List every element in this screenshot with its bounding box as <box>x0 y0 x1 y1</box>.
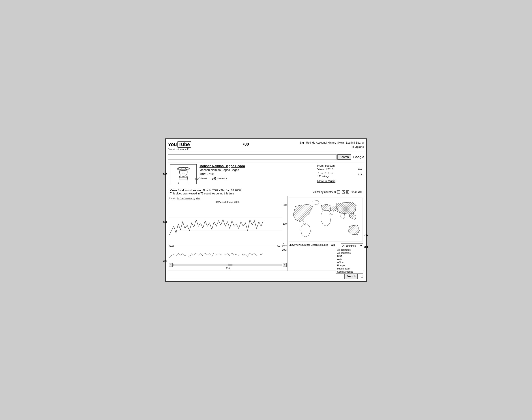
star-rating[interactable]: ☆☆☆☆☆ <box>317 171 362 175</box>
chart-x-labels: 2007 Dec 2007 <box>169 245 287 248</box>
dropdown-middleeast[interactable]: Middle East <box>336 267 363 270</box>
chart-title: OViews | Jan 4, 2008 <box>169 201 287 203</box>
bottom-bar: Search ☆ <box>168 272 364 279</box>
world-map: 726 <box>289 197 363 242</box>
signup-link[interactable]: Sign Up <box>300 141 310 144</box>
video-title[interactable]: Mohsen Namjoo Begoo Begoo <box>200 164 313 168</box>
x-label-dec2007: Dec 2007 <box>277 245 287 248</box>
upload-button[interactable]: ⊛ Upload <box>352 145 364 149</box>
ref-708: 708 <box>200 173 203 176</box>
main-chart-svg <box>169 204 282 244</box>
header-right: Sign Up | My Account | History | Help | … <box>300 141 364 149</box>
x-label-2007: 2007 <box>169 245 174 248</box>
more-music[interactable]: More in Music <box>317 180 335 183</box>
from-label: From: <box>317 164 324 167</box>
ref-724: 724 <box>364 246 368 248</box>
logo-tube: Tube <box>177 141 191 148</box>
views-label: Views: <box>317 168 325 171</box>
ratings-count: 121 ratings <box>317 175 362 178</box>
header-center: 700 <box>242 141 249 148</box>
logo: You Tube <box>168 141 191 148</box>
upload-label: Upload <box>355 145 364 149</box>
video-stats: 710 712 From: boostan Views: 42616 ☆☆☆☆☆… <box>317 164 362 184</box>
video-section: Mohsen Namjoo Begoo Begoo Mohsen Namjoo … <box>168 162 364 186</box>
zoom-controls: Zoom: 5d 1m 3m 6m 1y Max <box>169 197 287 200</box>
zoom-1m[interactable]: 1m <box>180 197 184 200</box>
zoom-5d[interactable]: 5d <box>177 197 179 200</box>
myaccount-link[interactable]: My Account <box>312 141 326 144</box>
header: You Tube Broadcast Yourself 700 Sign Up … <box>168 141 364 152</box>
country-select-wrapper: All countries USA Asia Africa Europe Mid… <box>341 243 363 248</box>
mini-y-label: 200: <box>281 249 287 263</box>
video-subtitle: Mohsen Namjoo Begoo Begoo <box>200 168 313 172</box>
ref-702: 702 <box>358 191 362 193</box>
ref-732: 732 <box>212 178 216 181</box>
zoom-6m[interactable]: 6m <box>188 197 192 200</box>
y-label-200: 200 <box>283 204 287 206</box>
dropdown-all-countries-2[interactable]: All countries <box>336 251 363 255</box>
search-button[interactable]: Search <box>337 154 351 160</box>
right-map-area: 722 <box>288 196 364 270</box>
svg-text:726: 726 <box>329 213 333 215</box>
ref-730: 730 <box>195 178 199 181</box>
bottom-search: Search <box>168 274 358 279</box>
tab-views[interactable]: Views <box>200 177 207 180</box>
site-link[interactable]: Site: ⊕ <box>356 141 364 144</box>
bottom-search-button[interactable]: Search <box>344 274 358 279</box>
top-search-bar: Search Google <box>168 153 364 161</box>
scroll-track[interactable] <box>173 264 282 266</box>
broadcast-tagline: Broadcast Yourself <box>168 148 191 150</box>
dropdown-africa[interactable]: Africa <box>336 261 363 264</box>
scroll-thumb[interactable] <box>228 264 232 266</box>
analytics-header-left: Views for all countries Wed Nov 14 2007 … <box>170 189 241 195</box>
ref-738: 738 <box>226 267 230 270</box>
patent-number: 700 <box>242 142 249 147</box>
scrollbar: < > <box>169 263 287 267</box>
scroll-right-btn[interactable]: > <box>283 263 287 267</box>
ref-712: 712 <box>358 173 362 176</box>
scale-max: 2900 <box>351 190 357 194</box>
dropdown-asia[interactable]: Asia <box>336 258 363 261</box>
logo-you: You <box>168 142 177 147</box>
tabs-row: 730 732 Views Popularity <box>200 177 227 180</box>
video-time: Time: 07:30 <box>200 172 313 176</box>
scale-empty-box <box>337 190 340 194</box>
y-label-100: 100 <box>283 223 287 225</box>
search-input-area: Search <box>168 154 351 160</box>
scroll-left-btn[interactable]: < <box>169 263 173 267</box>
search-input[interactable] <box>168 154 337 160</box>
dropdown-europe[interactable]: Europe <box>336 264 363 267</box>
dropdown-all-countries[interactable]: All countries <box>336 248 363 251</box>
from-value[interactable]: boostan <box>325 164 335 167</box>
history-link[interactable]: History <box>328 141 336 144</box>
bottom-search-input[interactable] <box>168 274 343 279</box>
favorite-star-icon[interactable]: ☆ <box>360 274 364 279</box>
dropdown-usa[interactable]: USA <box>336 255 363 258</box>
left-chart: Zoom: 5d 1m 3m 6m 1y Max OViews | Jan <box>168 196 288 270</box>
show-viewcount: Show viewcount for Czech Republic 728 <box>289 243 335 246</box>
zoom-3m[interactable]: 3m <box>184 197 188 200</box>
video-thumbnail <box>170 164 197 184</box>
help-link[interactable]: Help <box>338 141 344 144</box>
country-select[interactable]: All countries USA Asia Africa Europe Mid… <box>341 243 363 248</box>
zoom-label: Zoom: <box>169 197 176 200</box>
google-label: Google <box>353 155 364 159</box>
ref-706: 706 <box>163 173 167 176</box>
map-show-label: Show viewcount for Czech Republic <box>289 243 328 246</box>
analytics-header-right: Views by country 0 2900 702 <box>313 190 362 194</box>
dropdown-southamerica[interactable]: South America <box>336 270 363 273</box>
login-link[interactable]: Log In <box>346 141 353 144</box>
ref-722: 722 <box>364 233 368 236</box>
zoom-max[interactable]: Max <box>196 197 201 200</box>
nav-links: Sign Up | My Account | History | Help | … <box>300 141 364 144</box>
scale-min: 0 <box>334 190 336 194</box>
ref-728: 728 <box>331 243 335 246</box>
country-dropdown: All countries All countries USA Asia Afr… <box>336 248 363 273</box>
video-info: Mohsen Namjoo Begoo Begoo Mohsen Namjoo … <box>200 164 313 184</box>
zoom-1y[interactable]: 1y <box>193 197 195 200</box>
map-footer: Show viewcount for Czech Republic 728 Al… <box>289 243 363 248</box>
analytics-date-range: Views for all countries Wed Nov 14 2007 … <box>170 189 241 192</box>
y-axis-labels: 200 100 0 <box>282 204 287 244</box>
mini-chart-svg <box>169 249 281 262</box>
analytics-section: Views for all countries Wed Nov 14 2007 … <box>168 188 364 271</box>
